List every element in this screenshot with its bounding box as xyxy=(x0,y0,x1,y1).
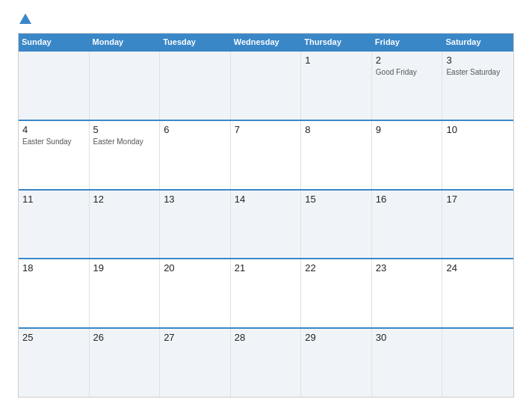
day-number: 24 xyxy=(446,262,510,274)
calendar-cell: 12 xyxy=(90,191,161,259)
calendar-cell: 16 xyxy=(372,191,443,259)
calendar-cell: 15 xyxy=(301,191,372,259)
calendar-row-3: 18192021222324 xyxy=(19,258,513,327)
event-label: Easter Saturday xyxy=(446,67,510,77)
day-number: 3 xyxy=(446,55,510,66)
calendar-body: 12Good Friday3Easter Saturday4Easter Sun… xyxy=(19,50,513,397)
day-number: 28 xyxy=(235,332,297,343)
calendar-cell: 17 xyxy=(442,191,513,259)
weekday-header-wednesday: Wednesday xyxy=(231,34,302,50)
day-number: 22 xyxy=(305,262,368,274)
calendar-cell: 23 xyxy=(372,259,443,327)
calendar-row-0: 12Good Friday3Easter Saturday xyxy=(19,50,513,120)
day-number: 17 xyxy=(446,194,510,205)
day-number: 29 xyxy=(305,332,368,343)
calendar-cell xyxy=(442,329,513,397)
event-label: Good Friday xyxy=(376,67,439,77)
calendar-cell: 5Easter Monday xyxy=(90,121,161,189)
day-number: 5 xyxy=(93,124,156,135)
day-number: 19 xyxy=(93,262,156,274)
day-number: 20 xyxy=(164,262,226,274)
day-number: 2 xyxy=(376,55,439,66)
calendar-cell: 26 xyxy=(90,329,161,397)
calendar-cell: 20 xyxy=(160,259,231,327)
calendar-cell: 25 xyxy=(19,329,90,397)
day-number: 27 xyxy=(164,332,226,343)
weekday-header-friday: Friday xyxy=(372,34,443,50)
day-number: 13 xyxy=(164,194,226,205)
calendar-cell: 27 xyxy=(160,329,231,397)
calendar-cell: 28 xyxy=(231,329,302,397)
weekday-header-sunday: Sunday xyxy=(19,34,90,50)
calendar-cell: 8 xyxy=(301,121,372,189)
calendar-cell: 6 xyxy=(160,121,231,189)
day-number: 12 xyxy=(93,194,156,205)
weekday-header-saturday: Saturday xyxy=(442,34,513,50)
logo-triangle-icon xyxy=(19,13,31,24)
calendar-weekday-header: SundayMondayTuesdayWednesdayThursdayFrid… xyxy=(19,34,513,50)
logo xyxy=(18,13,31,25)
event-label: Easter Sunday xyxy=(22,137,85,146)
day-number: 6 xyxy=(164,124,226,135)
day-number: 15 xyxy=(305,194,368,205)
calendar-cell: 29 xyxy=(301,329,372,397)
day-number: 9 xyxy=(376,124,439,135)
day-number: 14 xyxy=(235,194,297,205)
calendar-cell: 14 xyxy=(231,191,302,259)
event-label: Easter Monday xyxy=(93,137,156,146)
calendar-cell xyxy=(19,52,90,120)
calendar-cell: 18 xyxy=(19,259,90,327)
day-number: 18 xyxy=(22,262,85,274)
calendar-cell: 10 xyxy=(442,121,513,189)
calendar-cell: 13 xyxy=(160,191,231,259)
calendar-cell xyxy=(90,52,161,120)
calendar-cell: 1 xyxy=(301,52,372,120)
calendar-row-4: 252627282930 xyxy=(19,327,513,397)
day-number: 23 xyxy=(376,262,439,274)
day-number: 1 xyxy=(305,55,368,66)
day-number: 10 xyxy=(446,124,510,135)
calendar-cell: 22 xyxy=(301,259,372,327)
calendar-cell: 7 xyxy=(231,121,302,189)
calendar: SundayMondayTuesdayWednesdayThursdayFrid… xyxy=(18,33,514,398)
calendar-cell: 21 xyxy=(231,259,302,327)
calendar-cell: 11 xyxy=(19,191,90,259)
calendar-cell: 30 xyxy=(372,329,443,397)
calendar-cell: 2Good Friday xyxy=(372,52,443,120)
calendar-header xyxy=(18,13,514,25)
day-number: 21 xyxy=(235,262,297,274)
weekday-header-monday: Monday xyxy=(90,34,161,50)
day-number: 7 xyxy=(235,124,297,135)
day-number: 16 xyxy=(376,194,439,205)
calendar-cell: 3Easter Saturday xyxy=(442,52,513,120)
calendar-row-2: 11121314151617 xyxy=(19,189,513,259)
day-number: 25 xyxy=(22,332,85,343)
calendar-cell: 4Easter Sunday xyxy=(19,121,90,189)
day-number: 8 xyxy=(305,124,368,135)
calendar-cell xyxy=(231,52,302,120)
day-number: 11 xyxy=(22,194,85,205)
calendar-cell xyxy=(160,52,231,120)
calendar-cell: 19 xyxy=(90,259,161,327)
calendar-cell: 24 xyxy=(442,259,513,327)
page: SundayMondayTuesdayWednesdayThursdayFrid… xyxy=(0,0,532,411)
day-number: 30 xyxy=(376,332,439,343)
weekday-header-thursday: Thursday xyxy=(301,34,372,50)
calendar-row-1: 4Easter Sunday5Easter Monday678910 xyxy=(19,120,513,189)
day-number: 26 xyxy=(93,332,156,343)
calendar-cell: 9 xyxy=(372,121,443,189)
weekday-header-tuesday: Tuesday xyxy=(160,34,231,50)
day-number: 4 xyxy=(22,124,85,135)
